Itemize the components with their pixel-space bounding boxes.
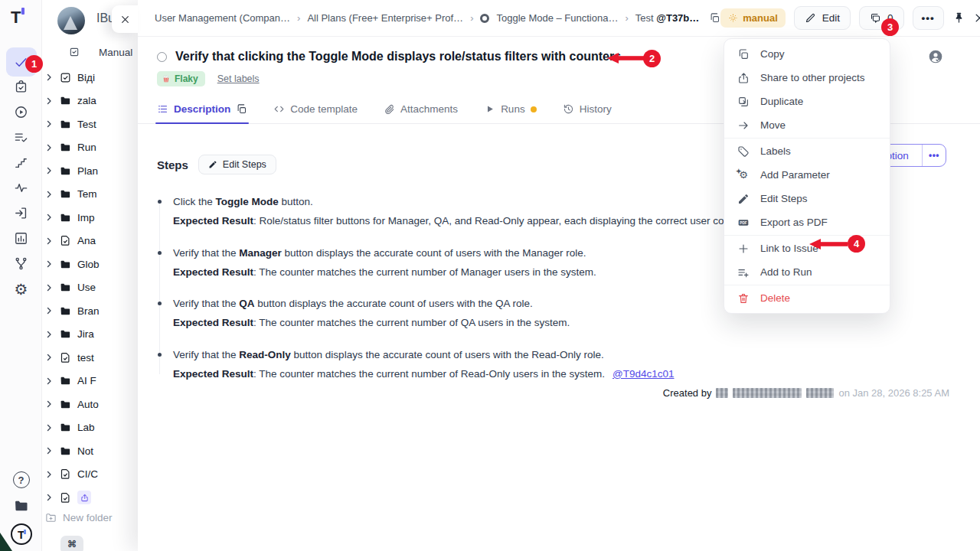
comment-icon [870,12,881,24]
rail-item-import[interactable] [6,201,37,226]
rail-item-run-list[interactable] [6,125,37,150]
new-folder-button[interactable]: New folder [42,512,138,523]
rail-item-settings[interactable]: ⚙ [6,276,37,302]
chevron-right-icon[interactable] [44,330,54,339]
tree-item[interactable]: Bran [42,299,138,323]
app-logo: T [11,8,24,28]
menu-item-labels[interactable]: Labels [724,139,890,163]
menu-item-copy[interactable]: Copy [724,42,890,66]
flaky-badge[interactable]: Flaky [157,71,205,86]
menu-item-edit-steps[interactable]: Edit Steps [724,187,890,210]
breadcrumb-project[interactable]: User Management (Compan… [155,12,290,24]
tree-item[interactable]: Auto [42,393,138,416]
chevron-right-icon[interactable] [44,283,54,292]
chevron-right-icon[interactable] [44,423,54,432]
git-branch-icon [14,256,28,271]
test-status-icon[interactable] [157,52,167,62]
chevron-right-icon[interactable] [44,119,54,129]
shortcut-badge[interactable]: ⌘ [60,536,83,551]
copy-id-button[interactable] [709,12,720,24]
chevron-right-icon[interactable] [44,259,54,269]
menu-item-share[interactable]: Share to other projects [724,66,890,90]
tree-item[interactable] [42,486,138,510]
chevron-right-icon[interactable] [44,236,54,246]
chevron-right-icon[interactable] [44,377,54,386]
set-labels-link[interactable]: Set labels [217,73,260,84]
tree-item[interactable]: CI/C [42,463,138,487]
chevron-right-icon[interactable] [44,190,54,199]
rail-item-test-plans[interactable] [6,74,37,99]
chevron-right-icon[interactable] [44,470,54,479]
close-panel-button[interactable] [974,12,980,24]
assignee-icon[interactable] [928,49,943,64]
chevron-right-icon[interactable] [44,166,54,175]
linked-test-link[interactable]: @T9d4c1c01 [612,368,675,380]
duplicate-icon [737,96,750,108]
tree-item[interactable]: Tem [42,183,138,207]
menu-item-link-to-issue[interactable]: Link to Issue [724,236,890,260]
chevron-right-icon[interactable] [44,213,54,222]
tab-history[interactable]: History [563,103,612,123]
tab-description[interactable]: Description [157,103,247,123]
chevron-right-icon[interactable] [44,143,54,152]
tree-item[interactable]: Glob [42,253,138,276]
chevron-right-icon[interactable] [44,493,54,502]
panel-collapse-button[interactable] [112,5,138,33]
menu-item-move[interactable]: Move [724,113,890,137]
workspace-avatar[interactable] [57,7,85,34]
menu-item-add-parameter[interactable]: ⚙✦ Add Parameter [724,163,890,187]
breadcrumb-plan[interactable]: All Plans (Free+ Enterprise+ Prof… [307,12,463,24]
projects-folder-icon[interactable] [14,498,29,514]
tree-item[interactable]: Run [42,136,138,160]
rail-item-milestones[interactable] [6,150,37,175]
tree-item[interactable]: Test [42,112,138,136]
chevron-right-icon[interactable] [44,446,54,455]
folder-icon [60,282,71,293]
tab-runs[interactable]: Runs [484,103,537,123]
history-icon [563,103,574,115]
pin-button[interactable] [952,11,965,24]
chevron-right-icon[interactable] [44,96,54,106]
task-icon [60,72,71,83]
tree-item[interactable]: Imp [42,206,138,230]
edit-button[interactable]: Edit [794,6,851,30]
chevron-right-icon[interactable] [44,353,54,362]
menu-divider [724,235,890,236]
help-button[interactable]: ? [13,471,30,488]
select-all-icon[interactable] [68,46,80,58]
rail-item-runs[interactable] [6,99,37,125]
edit-description-more-button[interactable]: ••• [923,145,946,166]
breadcrumb-test[interactable]: Test @T37b… [635,12,700,24]
menu-item-delete[interactable]: Delete [724,286,890,310]
pushpin-icon [952,11,965,24]
copy-icon[interactable] [236,103,247,115]
tree-item[interactable]: Jira [42,323,138,347]
menu-item-add-to-run[interactable]: Add to Run [724,260,890,284]
edit-steps-button[interactable]: Edit Steps [198,155,276,174]
tree-item[interactable]: Віді [42,66,138,90]
menu-item-export-pdf[interactable]: PDF Export as PDF [724,210,890,234]
rail-item-pulse[interactable] [6,175,37,201]
brand-logo-button[interactable]: T [11,523,32,545]
tree-item[interactable]: Lab [42,416,138,440]
menu-item-duplicate[interactable]: Duplicate [724,90,890,113]
chevron-right-icon[interactable] [44,306,54,315]
tree-item[interactable]: Use [42,276,138,300]
tab-attachments[interactable]: Attachments [384,103,458,123]
created-by-line: Created by on Jan 28, 2026 8:25 AM [663,387,949,399]
tree-item[interactable]: Plan [42,159,138,183]
rail-item-branches[interactable] [6,251,37,276]
more-actions-button[interactable]: ••• [913,6,944,30]
tree-item[interactable]: Ana [42,230,138,253]
tree-item[interactable]: zala [42,90,138,113]
chevron-right-icon[interactable] [44,399,54,409]
tree-item[interactable]: test [42,346,138,370]
tree-item[interactable]: Not [42,439,138,463]
rail-item-analytics[interactable] [6,226,37,251]
paperclip-icon [384,103,395,115]
chevron-right-icon[interactable] [44,73,54,82]
tree-item[interactable]: AI F [42,370,138,393]
redacted-name [733,388,802,398]
tab-code-template[interactable]: Code template [273,103,358,123]
breadcrumb-suite[interactable]: Toggle Mode – Functiona… [496,12,618,24]
